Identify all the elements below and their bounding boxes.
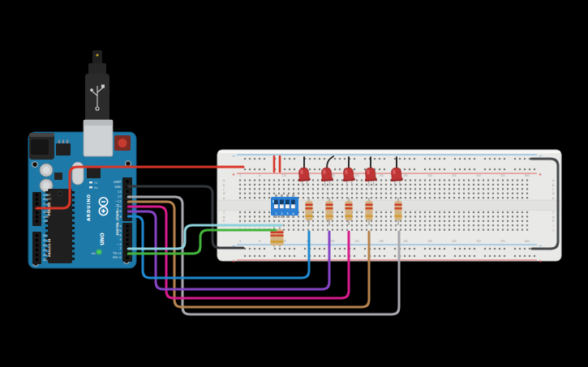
- breadboard[interactable]: −+−+−+−+11551010151520202525303035354040…: [217, 150, 561, 263]
- breadboard-hole: [317, 211, 319, 213]
- arduino-brand-label: ARDUINO: [86, 194, 91, 221]
- digital-header-top[interactable]: [122, 177, 132, 221]
- breadboard-hole: [273, 179, 275, 181]
- breadboard-hole: [492, 193, 494, 194]
- pin-hole[interactable]: [126, 234, 128, 237]
- pin-hole[interactable]: [36, 211, 38, 214]
- pin-hole[interactable]: [126, 190, 128, 193]
- breadboard-hole: [492, 229, 494, 231]
- breadboard-hole: [439, 197, 440, 198]
- breadboard-hole: [449, 197, 450, 198]
- dip-number: 1: [275, 212, 277, 216]
- pin-hole[interactable]: [126, 229, 128, 232]
- breadboard-hole: [526, 184, 528, 186]
- breadboard-hole: [429, 220, 431, 222]
- breadboard-hole: [264, 255, 265, 257]
- breadboard-hole: [303, 216, 304, 217]
- digital-header-bottom[interactable]: [122, 223, 132, 262]
- pin-hole[interactable]: [126, 243, 128, 245]
- breadboard-hole: [259, 220, 260, 222]
- breadboard-hole: [424, 248, 426, 250]
- breadboard-hole: [254, 188, 255, 190]
- breadboard-hole: [273, 188, 275, 190]
- breadboard-hole: [517, 197, 518, 198]
- breadboard-hole: [473, 211, 474, 213]
- mcu-pin: [72, 253, 75, 255]
- breadboard-hole: [322, 188, 324, 190]
- pin-hole[interactable]: [36, 203, 38, 205]
- breadboard-hole: [444, 197, 445, 198]
- pin-hole[interactable]: [36, 194, 38, 196]
- breadboard-hole: [341, 179, 343, 181]
- pin-hole[interactable]: [36, 249, 38, 251]
- breadboard-hole: [390, 220, 392, 222]
- breadboard-hole: [410, 184, 411, 186]
- pin-label: TX→1: [112, 252, 121, 255]
- dip-switch-toggle-4[interactable]: [291, 204, 295, 208]
- breadboard-hole: [444, 193, 445, 194]
- breadboard-hole: [284, 255, 285, 257]
- dip-switch-toggle-1[interactable]: [274, 204, 278, 208]
- usb-cable[interactable]: [85, 50, 109, 124]
- pin-hole[interactable]: [126, 238, 128, 241]
- dip-switch-toggle-2[interactable]: [280, 204, 284, 208]
- pin-hole[interactable]: [36, 216, 38, 218]
- breadboard-hole: [341, 216, 343, 217]
- breadboard-hole: [376, 220, 377, 222]
- breadboard-hole: [524, 255, 526, 257]
- pin-hole[interactable]: [36, 258, 38, 261]
- breadboard-hole: [294, 255, 295, 257]
- pin-label: RX←0: [113, 256, 122, 259]
- row-label: i: [552, 224, 553, 228]
- breadboard-hole: [239, 193, 241, 194]
- led-body: [298, 168, 309, 181]
- breadboard-hole: [478, 188, 479, 190]
- pin-label: VIN: [43, 220, 48, 223]
- breadboard-hole: [249, 211, 251, 213]
- pin-hole[interactable]: [36, 239, 38, 241]
- breadboard-hole: [273, 220, 275, 222]
- breadboard-hole: [322, 211, 324, 213]
- pin-hole[interactable]: [36, 254, 38, 256]
- breadboard-hole: [244, 216, 246, 217]
- pin-hole[interactable]: [126, 256, 128, 258]
- breadboard-hole: [376, 184, 377, 186]
- breadboard-hole: [259, 211, 260, 213]
- small-component: [54, 173, 62, 180]
- breadboard-hole: [458, 216, 460, 217]
- breadboard-hole: [473, 216, 474, 217]
- pin-hole[interactable]: [126, 225, 128, 228]
- breadboard-hole: [458, 188, 460, 190]
- pin-hole[interactable]: [36, 244, 38, 246]
- breadboard-hole: [507, 188, 509, 190]
- breadboard-hole: [259, 169, 260, 170]
- reset-button[interactable]: [118, 139, 127, 147]
- row-label: g: [223, 215, 225, 219]
- breadboard-hole: [410, 211, 411, 213]
- breadboard-hole: [337, 193, 338, 194]
- breadboard-hole: [434, 158, 436, 160]
- breadboard-hole: [278, 216, 280, 217]
- pulldown-resistor-2[interactable]: [277, 227, 284, 247]
- pin-hole[interactable]: [36, 220, 38, 222]
- power-on-led-glow: [96, 249, 102, 255]
- breadboard-hole: [380, 220, 382, 222]
- pin-hole[interactable]: [126, 181, 128, 183]
- breadboard-hole: [512, 197, 513, 198]
- breadboard-hole: [489, 255, 491, 257]
- breadboard-hole: [478, 216, 479, 217]
- dip-switch[interactable]: ON1234: [271, 194, 298, 218]
- pin-hole[interactable]: [36, 234, 38, 237]
- dip-switch-toggle-3[interactable]: [285, 204, 290, 208]
- breadboard-hole: [463, 211, 465, 213]
- breadboard-hole: [439, 248, 440, 250]
- breadboard-hole: [444, 179, 445, 181]
- arduino-uno-board[interactable]: TXRXAREFGND1312~11~10~987~6~54~32TX→1RX←…: [28, 50, 136, 268]
- breadboard-hole: [249, 197, 251, 198]
- breadboard-hole: [404, 169, 406, 170]
- breadboard-hole: [497, 184, 499, 186]
- pin-hole[interactable]: [36, 198, 38, 200]
- breadboard-hole: [322, 216, 324, 217]
- resistor-band: [277, 235, 284, 237]
- breadboard-hole: [526, 188, 528, 190]
